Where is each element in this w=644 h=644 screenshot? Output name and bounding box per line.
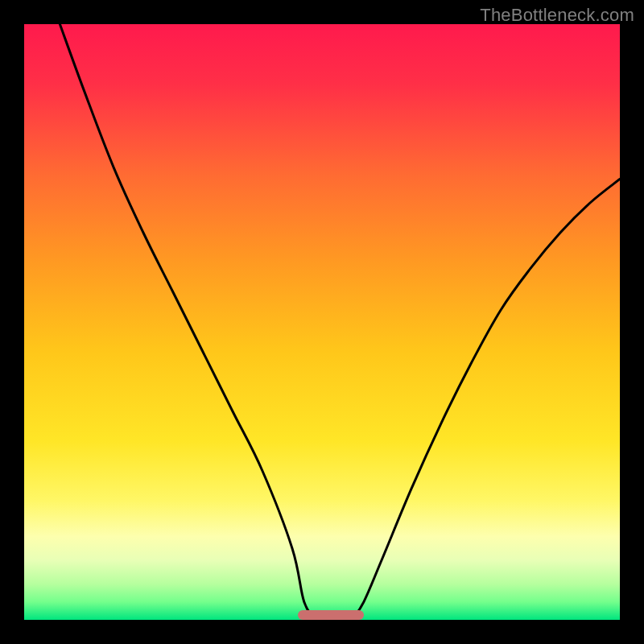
optimal-range-marker <box>298 610 363 620</box>
watermark-text: TheBottleneck.com <box>480 5 634 26</box>
chart-frame: TheBottleneck.com <box>0 0 644 644</box>
bottleneck-curve <box>24 24 620 620</box>
plot-area <box>24 24 620 620</box>
